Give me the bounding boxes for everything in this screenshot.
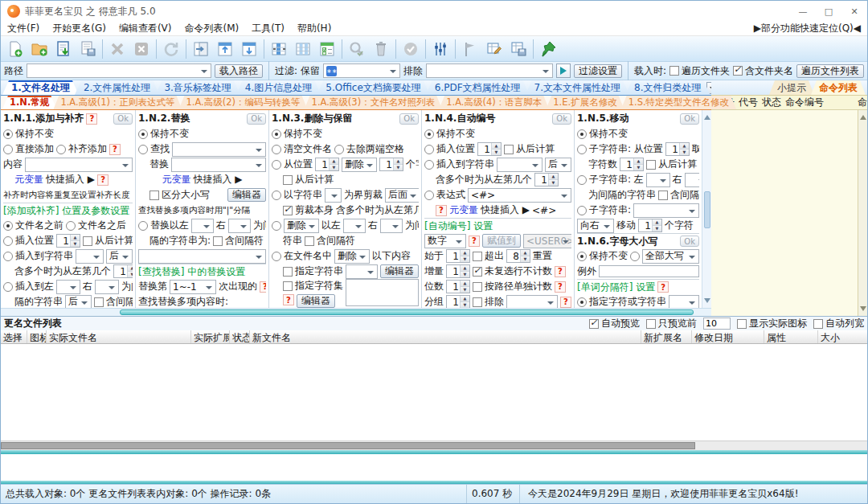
quick-insert-link[interactable]: 快捷插入 ▶ bbox=[193, 173, 242, 186]
col-status[interactable]: 状态 bbox=[758, 96, 781, 109]
left-sep-combo[interactable] bbox=[56, 280, 80, 294]
quick-insert-link[interactable]: 快捷插入 ▶ bbox=[481, 203, 530, 217]
minimize-button[interactable]: — bbox=[790, 1, 816, 22]
spinner-arrows-icon[interactable] bbox=[393, 158, 403, 170]
count-spinner[interactable]: 1 bbox=[620, 158, 644, 171]
col-size[interactable]: 大小 bbox=[818, 330, 867, 343]
close-button[interactable]: ✕ bbox=[841, 1, 867, 22]
apply-check-button[interactable] bbox=[399, 38, 423, 60]
charset-textarea[interactable] bbox=[346, 279, 419, 306]
radio-substring-between[interactable]: 子字符串: 左 bbox=[577, 173, 644, 186]
radio-clear-name[interactable]: 清空文件名 bbox=[272, 142, 332, 156]
col-mod-date[interactable]: 修改日期 bbox=[692, 330, 764, 343]
direction-combo[interactable]: 向右 bbox=[577, 219, 614, 233]
clear-list-button[interactable] bbox=[129, 38, 154, 60]
include-folder-name-checkbox[interactable]: 含文件夹名 bbox=[733, 64, 793, 78]
boundary-string-combo[interactable] bbox=[325, 188, 342, 203]
auto-preview-checkbox[interactable]: 自动预览 bbox=[589, 317, 640, 330]
group-spinner[interactable]: 1 bbox=[446, 295, 470, 308]
col-state[interactable]: 状态 bbox=[230, 330, 250, 343]
menu-edit-view[interactable]: 编辑查看(V) bbox=[113, 22, 178, 35]
from-end-checkbox[interactable]: 从后计算 bbox=[646, 158, 697, 171]
edit-table-button[interactable] bbox=[482, 38, 506, 60]
between-replace-combo[interactable] bbox=[138, 249, 266, 264]
spinner-arrows-icon[interactable] bbox=[127, 265, 133, 277]
move-spinner[interactable]: 1 bbox=[638, 219, 662, 232]
spec-string-combo[interactable] bbox=[346, 264, 378, 279]
radio-insert-pos[interactable]: 插入位置 bbox=[424, 142, 475, 156]
right-sep-combo[interactable] bbox=[95, 280, 119, 294]
delete-combo[interactable]: 删除 bbox=[334, 249, 370, 264]
ok-badge[interactable]: Ok bbox=[680, 113, 699, 125]
scroll-up-icon[interactable] bbox=[704, 112, 710, 120]
assign-var-combo[interactable]: <USER0> bbox=[523, 234, 571, 248]
subtab-mapping-list[interactable]: 1.A.高级(3)：文件名对照列表 bbox=[305, 96, 443, 109]
include-sep-checkbox[interactable]: 含间隔符 bbox=[94, 295, 133, 308]
col-code[interactable]: 代号 bbox=[735, 96, 758, 109]
maximize-button[interactable]: □ bbox=[816, 1, 841, 22]
file-table-body[interactable] bbox=[1, 344, 867, 440]
menu-help[interactable]: 帮助(H) bbox=[291, 22, 338, 35]
subtab-specific-type[interactable]: 1.S.特定类型文件名修改 bbox=[621, 96, 736, 109]
preview-first-checkbox[interactable]: 只预览前 bbox=[646, 317, 697, 330]
help-button[interactable]: ? bbox=[86, 113, 97, 125]
radio-substring-pos[interactable]: 子字符串: 从位置 bbox=[577, 142, 663, 156]
command-list-scrollbar[interactable] bbox=[858, 110, 867, 316]
scrollbar-thumb[interactable] bbox=[1, 442, 695, 449]
apply-filter-button[interactable] bbox=[556, 64, 571, 78]
tab-office-summary[interactable]: 5.Office文档摘要处理 bbox=[317, 80, 429, 95]
radio-from-position[interactable]: 从位置 bbox=[272, 158, 313, 171]
scroll-down-icon[interactable] bbox=[704, 298, 710, 306]
subtab-regex[interactable]: 1.A.高级(1)：正则表达式等 bbox=[53, 96, 182, 109]
from-end-checkbox[interactable]: 从后计算 bbox=[283, 173, 334, 186]
flag-button[interactable] bbox=[458, 38, 482, 60]
ok-badge[interactable]: Ok bbox=[247, 113, 266, 125]
tab-text-attrs[interactable]: 7.文本文件属性处理 bbox=[526, 80, 629, 95]
spinner-arrows-icon[interactable] bbox=[652, 219, 661, 232]
right-sep-combo[interactable] bbox=[380, 219, 403, 233]
col-real-name[interactable]: 实际文件名 bbox=[47, 330, 191, 343]
metavar-link[interactable]: 元变量 bbox=[162, 173, 190, 186]
editor-button[interactable]: 编辑器 bbox=[380, 264, 419, 278]
radio-in-name[interactable]: 在文件名中 bbox=[272, 249, 332, 263]
substring-combo[interactable] bbox=[633, 203, 699, 218]
import-list-button[interactable] bbox=[51, 38, 76, 60]
traverse-file-list-button[interactable]: 遍历文件列表 bbox=[796, 64, 864, 78]
col-attrs[interactable]: 属性 bbox=[764, 330, 818, 343]
left-sep-combo[interactable] bbox=[343, 219, 366, 233]
before-after-combo[interactable]: 后 bbox=[65, 295, 92, 309]
exception-input[interactable] bbox=[599, 265, 699, 277]
metavar-link[interactable]: 元变量 bbox=[449, 203, 478, 217]
include-sep-checkbox[interactable]: 含间隔符 bbox=[213, 234, 264, 248]
position-spinner[interactable]: 1 bbox=[315, 158, 339, 171]
increment-spinner[interactable]: 1 bbox=[446, 264, 470, 278]
radio-spec-separator[interactable]: 指定字符或字符串 bbox=[577, 295, 666, 308]
scroll-down-icon[interactable] bbox=[860, 306, 866, 314]
find-combo[interactable] bbox=[172, 142, 266, 157]
menu-rename[interactable]: 开始更名(G) bbox=[46, 22, 113, 35]
radio-keep[interactable]: 保持不变 bbox=[424, 127, 475, 141]
tab-filename[interactable]: 1.文件名处理 bbox=[2, 80, 79, 95]
number-type-combo[interactable]: 数字 bbox=[424, 234, 466, 248]
save-table-button[interactable] bbox=[506, 38, 530, 60]
tab-tips[interactable]: 小提示 bbox=[769, 80, 814, 95]
radio-by-string[interactable]: 以字符串 bbox=[272, 188, 322, 202]
radio-keep[interactable]: 保持不变 bbox=[577, 249, 628, 263]
radio-trim[interactable]: 去除两端空格 bbox=[334, 142, 404, 156]
tab-image-info[interactable]: 4.图片信息处理 bbox=[236, 80, 321, 95]
behind-combo[interactable]: 后面 bbox=[385, 188, 419, 203]
add-folder-button[interactable] bbox=[27, 38, 51, 60]
content-combo[interactable] bbox=[25, 158, 133, 172]
path-combo[interactable] bbox=[27, 64, 211, 78]
radio-keep[interactable]: 保持不变 bbox=[577, 127, 628, 141]
radio-case-mode[interactable] bbox=[630, 252, 640, 261]
skip-unchecked-checkbox[interactable]: 未复选行不计数 bbox=[473, 264, 552, 278]
col-new-name[interactable]: 新文件名 bbox=[250, 330, 641, 343]
per-path-checkbox[interactable]: 按路径单独计数 bbox=[473, 280, 552, 293]
word-sep-combo[interactable] bbox=[669, 295, 699, 309]
quick-insert-link[interactable]: 快捷插入 ▶ bbox=[46, 173, 95, 186]
nth-spinner[interactable]: 1 bbox=[534, 173, 559, 186]
refresh-button[interactable] bbox=[159, 38, 183, 60]
ok-badge[interactable]: Ok bbox=[552, 113, 571, 125]
tab-classify[interactable]: 8.文件归类处理 bbox=[625, 80, 710, 95]
